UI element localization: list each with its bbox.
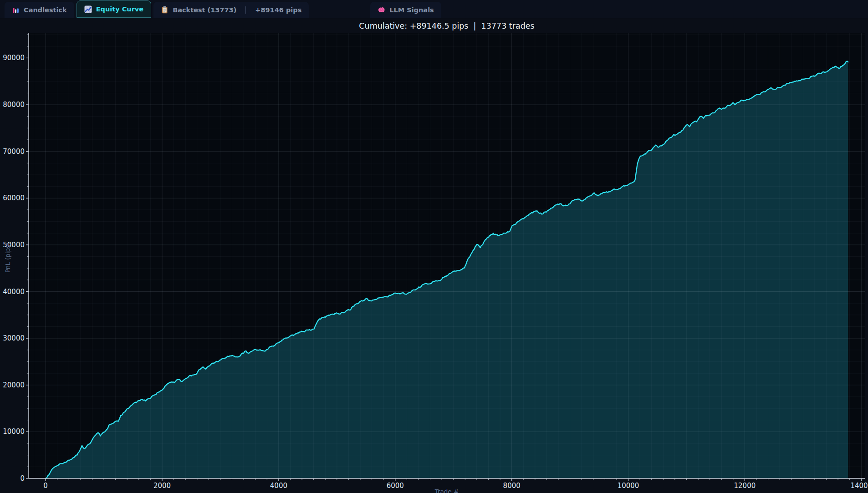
svg-text:90000: 90000 (3, 54, 25, 62)
x-axis-label: Trade # (434, 488, 459, 493)
tab-label: Candlestick (24, 6, 67, 14)
tab-bar: Candlestick Equity Curve Backtest (13773… (0, 0, 868, 18)
equity-curve-panel: 0200040006000800010000120001400001000020… (0, 0, 868, 493)
tab-label: LLM Signals (389, 6, 434, 14)
svg-text:40000: 40000 (3, 288, 25, 296)
svg-text:0: 0 (43, 482, 48, 490)
y-axis-label: PnL (pips) (4, 243, 11, 273)
svg-text:10000: 10000 (3, 427, 25, 436)
chart-title: Cumulative: +89146.5 pips | 13773 trades (359, 21, 534, 30)
tab-pips-badge: +89146 pips (255, 6, 301, 14)
svg-text:12000: 12000 (734, 482, 756, 490)
equity-curve-icon (84, 5, 92, 13)
brain-icon (378, 6, 385, 14)
svg-text:30000: 30000 (3, 334, 25, 342)
candlestick-chart-icon (12, 6, 20, 14)
svg-text:4000: 4000 (270, 482, 287, 490)
svg-text:8000: 8000 (503, 482, 521, 490)
equity-curve-chart: 0200040006000800010000120001400001000020… (0, 0, 868, 493)
svg-text:6000: 6000 (387, 482, 404, 490)
tab-backtest[interactable]: Backtest (13773) +89146 pips (153, 2, 309, 18)
tab-candlestick[interactable]: Candlestick (5, 2, 74, 18)
tab-divider (245, 6, 246, 14)
clipboard-icon (161, 6, 168, 14)
svg-text:0: 0 (20, 474, 25, 483)
svg-text:80000: 80000 (3, 101, 25, 109)
svg-text:20000: 20000 (3, 381, 25, 389)
svg-text:60000: 60000 (3, 194, 25, 202)
svg-text:10000: 10000 (618, 482, 639, 490)
svg-text:2000: 2000 (153, 482, 171, 490)
tab-label: Backtest (13773) (173, 6, 236, 14)
tab-equity-curve[interactable]: Equity Curve (77, 0, 151, 18)
tab-label: Equity Curve (96, 5, 143, 13)
svg-text:70000: 70000 (3, 147, 25, 156)
tab-llm-signals[interactable]: LLM Signals (370, 2, 441, 18)
svg-text:14000: 14000 (850, 482, 868, 490)
